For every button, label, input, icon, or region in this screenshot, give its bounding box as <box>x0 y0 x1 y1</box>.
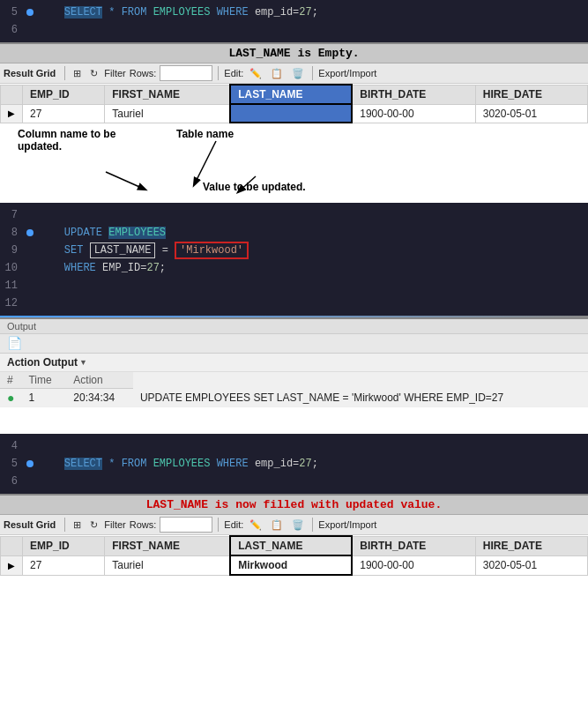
line-number: 9 <box>0 244 25 257</box>
edit-icon-4[interactable]: ✏️ <box>247 518 264 532</box>
code-text <box>35 280 45 292</box>
cell2-emp-id: 27 <box>23 555 105 575</box>
dropdown-arrow-icon: ▼ <box>79 358 87 367</box>
th-birth-date: BIRTH_DATE <box>352 85 475 104</box>
separator <box>218 66 219 80</box>
code-text: SELECT * FROM EMPLOYEES WHERE emp_id=27; <box>35 6 318 19</box>
code-line-8: 8 UPDATE EMPLOYEES <box>0 224 588 242</box>
cell-time: 20:34:34 <box>66 389 133 407</box>
rows-label-2: Rows: <box>130 519 157 530</box>
th-first-name: FIRST_NAME <box>105 85 230 104</box>
code-line-4b: 4 <box>0 437 588 455</box>
section1-header: LAST_NAME is Empty. <box>0 42 588 63</box>
svg-line-0 <box>106 172 145 190</box>
line-number: 5 <box>0 6 25 19</box>
separator <box>218 518 219 532</box>
cell-emp-id: 27 <box>23 104 105 123</box>
filter-label-2: Filter <box>104 519 125 530</box>
line-number: 6 <box>0 24 25 36</box>
th-emp-id: EMP_ID <box>23 85 105 104</box>
action-output-dropdown[interactable]: Action Output ▼ <box>7 356 87 369</box>
top-code-editor: 5 SELECT * FROM EMPLOYEES WHERE emp_id=2… <box>0 0 588 42</box>
code-line-7: 7 <box>0 206 588 224</box>
result-toolbar-2[interactable]: Result Grid ⊞ ↻ Filter Rows: Edit: ✏️ 📋 … <box>0 515 588 535</box>
export-label-2: Export/Import <box>318 519 376 530</box>
code-line-6: 6 <box>0 21 588 39</box>
line-number: 5 <box>0 458 25 470</box>
bottom-code-editor: 4 5 SELECT * FROM EMPLOYEES WHERE emp_id… <box>0 434 588 494</box>
th-time: Time <box>21 372 66 389</box>
rows-input-2[interactable] <box>160 517 212 533</box>
table-header-row-2: EMP_ID FIRST_NAME LAST_NAME BIRTH_DATE H… <box>1 536 588 555</box>
code-text <box>35 209 45 221</box>
result-table-1: EMP_ID FIRST_NAME LAST_NAME BIRTH_DATE H… <box>0 84 588 123</box>
output-table: # Time Action ● 1 20:34:34 UPDATE EMPLOY… <box>0 372 588 407</box>
code-text: UPDATE EMPLOYEES <box>35 227 166 239</box>
code-line-11: 11 <box>0 277 588 294</box>
code-line-10: 10 WHERE EMP_ID=27; <box>0 259 588 277</box>
cell2-birth-date: 1900-00-00 <box>352 555 475 575</box>
line-number: 6 <box>0 475 25 488</box>
rows-input[interactable] <box>160 65 212 81</box>
line-number: 8 <box>0 227 25 239</box>
action-output-label: Action Output <box>7 356 78 369</box>
grid-icon-btn-2[interactable]: ⊞ <box>71 518 84 532</box>
code-text <box>35 440 45 452</box>
annotation-col: Column name to beupdated. <box>18 128 115 153</box>
refresh-btn[interactable]: ↻ <box>87 67 100 80</box>
th-hire-date: HIRE_DATE <box>475 85 587 104</box>
edit-icon-2[interactable]: 📋 <box>268 67 286 80</box>
cell2-hire-date: 3020-05-01 <box>475 555 587 575</box>
separator <box>64 66 65 80</box>
svg-line-1 <box>194 141 216 185</box>
annotation-value: Value to be updated. <box>203 181 306 193</box>
separator <box>312 518 313 532</box>
grid-icon-btn[interactable]: ⊞ <box>71 67 84 80</box>
th-hash: # <box>0 372 21 389</box>
result-grid-label: Result Grid <box>4 68 56 78</box>
breakpoint-dot <box>25 460 35 467</box>
th-empty <box>1 85 23 104</box>
table-header-row: EMP_ID FIRST_NAME LAST_NAME BIRTH_DATE H… <box>1 85 588 104</box>
section2-header: LAST_NAME is now filled with updated val… <box>0 494 588 515</box>
code-line-5: 5 SELECT * FROM EMPLOYEES WHERE emp_id=2… <box>0 4 588 21</box>
result-toolbar-1[interactable]: Result Grid ⊞ ↻ Filter Rows: Edit: ✏️ 📋 … <box>0 63 588 84</box>
refresh-btn-2[interactable]: ↻ <box>87 518 100 532</box>
edit-icon-6[interactable]: 🗑️ <box>289 518 307 532</box>
rows-label: Rows: <box>130 68 157 78</box>
output-label: Output <box>0 319 588 334</box>
output-table-header-row: # Time Action <box>0 372 588 389</box>
output-toolbar[interactable]: Action Output ▼ <box>0 354 588 372</box>
code-text <box>35 24 45 36</box>
cell-action: UPDATE EMPLOYEES SET LAST_NAME = 'Mirkwo… <box>133 389 588 407</box>
line-number: 11 <box>0 280 25 292</box>
code-text: SET LAST_NAME = 'Mirkwood' <box>35 244 249 257</box>
th2-hire-date: HIRE_DATE <box>475 536 587 555</box>
code-text <box>35 297 45 309</box>
edit-icon-3[interactable]: 🗑️ <box>289 67 307 80</box>
cell-first-name: Tauriel <box>105 104 230 123</box>
status-green-icon: ● <box>7 391 14 405</box>
output-row: ● 1 20:34:34 UPDATE EMPLOYEES SET LAST_N… <box>0 389 588 407</box>
separator <box>312 66 313 80</box>
row-arrow: ▶ <box>1 104 23 123</box>
edit-icon-5[interactable]: 📋 <box>268 518 286 532</box>
th2-empty <box>1 536 23 555</box>
breakpoint-dot <box>25 229 35 236</box>
line-number: 12 <box>0 297 25 309</box>
code-line-12: 12 <box>0 294 588 312</box>
code-line-5b: 5 SELECT * FROM EMPLOYEES WHERE emp_id=2… <box>0 455 588 473</box>
th2-birth-date: BIRTH_DATE <box>352 536 475 555</box>
annotation-table: Table name <box>176 128 234 140</box>
code-line-6b: 6 <box>0 473 588 490</box>
th-last-name: LAST_NAME <box>230 85 352 104</box>
code-text: WHERE EMP_ID=27; <box>35 262 166 274</box>
cell-birth-date: 1900-00-00 <box>352 104 475 123</box>
cell-num: 1 <box>21 389 66 407</box>
th2-first-name: FIRST_NAME <box>105 536 230 555</box>
cell-hire-date: 3020-05-01 <box>475 104 587 123</box>
edit-label-2: Edit: <box>224 519 243 530</box>
cell-status: ● <box>0 389 21 407</box>
code-line-9: 9 SET LAST_NAME = 'Mirkwood' <box>0 242 588 259</box>
edit-icon-1[interactable]: ✏️ <box>247 67 264 80</box>
